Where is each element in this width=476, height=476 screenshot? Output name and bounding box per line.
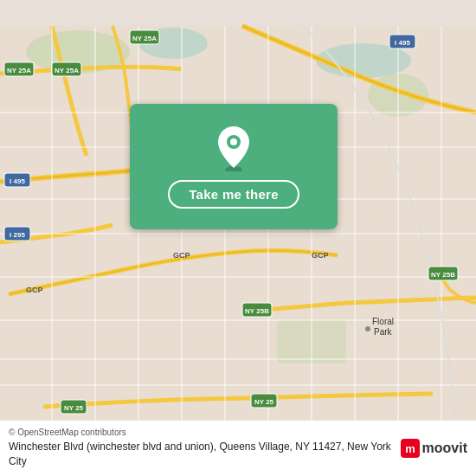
- svg-text:Floral: Floral: [372, 317, 394, 326]
- svg-text:I 495: I 495: [395, 39, 410, 47]
- svg-text:GCP: GCP: [312, 251, 329, 260]
- svg-point-54: [230, 138, 237, 145]
- take-me-there-button[interactable]: Take me there: [168, 180, 299, 209]
- svg-text:m: m: [405, 442, 415, 455]
- svg-text:GCP: GCP: [173, 251, 190, 260]
- map-container: NY 25A NY 25A NY 25A I 495 I 495 I 295 G…: [0, 0, 476, 476]
- bottom-bar: © OpenStreetMap contributors Winchester …: [0, 421, 476, 476]
- svg-text:NY 25B: NY 25B: [245, 307, 269, 315]
- svg-text:NY 25A: NY 25A: [132, 35, 157, 42]
- moovit-icon: m: [401, 439, 420, 458]
- svg-text:NY 25A: NY 25A: [55, 67, 79, 74]
- action-panel: Take me there: [130, 104, 338, 229]
- svg-text:NY 25A: NY 25A: [7, 67, 31, 74]
- moovit-logo: m moovit: [401, 439, 467, 458]
- svg-text:NY 25: NY 25: [254, 398, 274, 406]
- svg-text:I 495: I 495: [10, 177, 25, 185]
- svg-text:Park: Park: [374, 327, 393, 337]
- svg-point-51: [365, 326, 370, 331]
- svg-text:I 295: I 295: [10, 231, 25, 239]
- moovit-text: moovit: [422, 441, 467, 456]
- svg-text:GCP: GCP: [26, 286, 43, 294]
- location-pin-icon: [215, 125, 253, 171]
- bottom-bar-left: © OpenStreetMap contributors Winchester …: [9, 428, 394, 469]
- map-svg: NY 25A NY 25A NY 25A I 495 I 495 I 295 G…: [0, 0, 476, 476]
- map-attribution: © OpenStreetMap contributors: [9, 428, 394, 437]
- svg-text:NY 25B: NY 25B: [431, 271, 455, 279]
- svg-text:NY 25: NY 25: [64, 404, 84, 412]
- address-text: Winchester Blvd (winchester blvd and uni…: [9, 440, 394, 469]
